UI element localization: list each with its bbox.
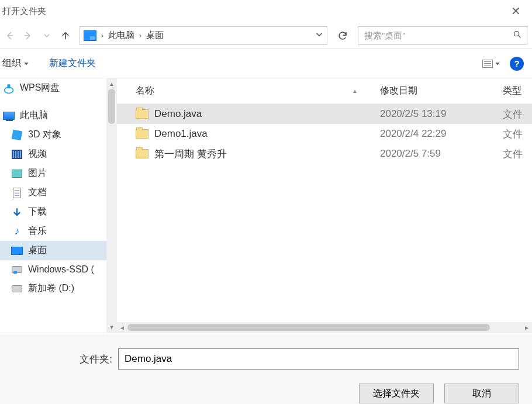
sidebar-item-label: 文档: [28, 187, 47, 199]
back-button[interactable]: [2, 29, 16, 43]
sidebar-item-label: 新加卷 (D:): [28, 282, 74, 295]
cancel-button[interactable]: 取消: [444, 384, 519, 403]
file-date: 2020/2/5 7:59: [374, 148, 497, 160]
wps-icon: [2, 82, 15, 94]
scroll-right-icon: ►: [521, 324, 532, 331]
scrollbar-thumb[interactable]: [127, 324, 490, 331]
folder-icon: [136, 109, 148, 119]
file-name: 第一周期 黄秀升: [154, 147, 227, 161]
sidebar-item[interactable]: 下载: [0, 202, 106, 222]
sidebar-item-label: 图片: [28, 167, 47, 179]
view-icon: [482, 60, 493, 68]
window-title: 打开文件夹: [2, 6, 46, 17]
recent-dropdown[interactable]: [40, 29, 54, 43]
main-area: WPS网盘此电脑3D 对象视频图片文档下载♪音乐桌面Windows-SSD (新…: [0, 78, 532, 333]
file-row[interactable]: Demo1.java2020/2/4 22:29文件: [117, 124, 532, 144]
organize-menu[interactable]: 组织: [0, 55, 32, 72]
sidebar-item-label: 此电脑: [20, 109, 48, 122]
folder-name-input[interactable]: [118, 348, 519, 370]
select-folder-button[interactable]: 选择文件夹: [359, 384, 434, 403]
help-icon: ?: [514, 58, 519, 68]
music-icon: ♪: [11, 226, 23, 237]
sidebar-item-label: 音乐: [28, 225, 47, 237]
up-button[interactable]: [58, 29, 72, 43]
address-bar[interactable]: › 此电脑 › 桌面: [80, 26, 327, 45]
sidebar-item[interactable]: 文档: [0, 183, 106, 202]
organize-label: 组织: [2, 57, 21, 70]
column-type-header[interactable]: 类型: [497, 85, 532, 97]
desktop-icon: [11, 245, 23, 257]
column-name-header[interactable]: 名称 ▲: [117, 85, 374, 97]
address-dropdown[interactable]: [315, 30, 323, 40]
title-bar: 打开文件夹 ✕: [0, 0, 532, 22]
search-icon: [513, 30, 522, 42]
scroll-up-icon: ▲: [106, 81, 117, 87]
forward-button[interactable]: [21, 29, 35, 43]
file-horizontal-scrollbar[interactable]: ◄ ►: [117, 322, 532, 333]
view-mode-button[interactable]: [482, 60, 500, 68]
svg-point-0: [514, 31, 519, 36]
new-folder-button[interactable]: 新建文件夹: [47, 55, 98, 72]
sidebar-item[interactable]: 图片: [0, 164, 106, 183]
sidebar-item-label: 视频: [28, 148, 47, 160]
sidebar-item[interactable]: ♪音乐: [0, 222, 106, 241]
search-box[interactable]: [358, 26, 527, 45]
sidebar-item[interactable]: 桌面: [0, 241, 106, 260]
3d-icon: [11, 129, 23, 141]
arrow-right-icon: [23, 30, 33, 41]
file-type: 文件: [497, 147, 532, 161]
sidebar-item-label: 下载: [28, 206, 47, 218]
sidebar: WPS网盘此电脑3D 对象视频图片文档下载♪音乐桌面Windows-SSD (新…: [0, 78, 117, 333]
chevron-right-icon: ›: [101, 32, 103, 40]
close-icon: ✕: [511, 5, 521, 18]
file-row[interactable]: Demo.java2020/2/5 13:19文件: [117, 104, 532, 124]
sidebar-item-label: Windows-SSD (: [28, 264, 94, 275]
folder-icon: [136, 149, 148, 158]
sidebar-item-label: 桌面: [28, 244, 47, 257]
close-button[interactable]: ✕: [504, 4, 527, 18]
location-icon: [84, 30, 96, 41]
address-row: › 此电脑 › 桌面: [0, 22, 532, 49]
scrollbar-thumb[interactable]: [108, 89, 115, 124]
column-date-header[interactable]: 修改日期: [374, 85, 497, 97]
scroll-down-icon: ▼: [106, 324, 117, 330]
file-type: 文件: [497, 127, 532, 141]
sidebar-scrollbar[interactable]: ▲ ▼: [106, 78, 117, 333]
dl-icon: [11, 206, 23, 218]
sidebar-item[interactable]: Windows-SSD (: [0, 260, 106, 279]
search-input[interactable]: [363, 30, 513, 41]
refresh-icon: [337, 30, 348, 41]
svg-rect-1: [8, 84, 11, 88]
pic-icon: [11, 168, 23, 179]
file-date: 2020/2/5 13:19: [374, 108, 497, 120]
file-row[interactable]: 第一周期 黄秀升2020/2/5 7:59文件: [117, 144, 532, 164]
file-date: 2020/2/4 22:29: [374, 128, 497, 140]
chevron-down-icon: [43, 32, 50, 39]
doc-icon: [11, 187, 23, 199]
help-button[interactable]: ?: [510, 57, 524, 71]
scroll-left-icon: ◄: [117, 324, 127, 331]
pc-icon: [2, 110, 15, 122]
file-name: Demo.java: [154, 108, 202, 120]
sidebar-item[interactable]: 此电脑: [0, 106, 106, 125]
sidebar-item[interactable]: WPS网盘: [0, 78, 106, 98]
breadcrumb-pc[interactable]: 此电脑: [108, 30, 134, 41]
file-header: 名称 ▲ 修改日期 类型: [117, 78, 532, 104]
chevron-down-icon: [23, 61, 29, 67]
chevron-down-icon: [315, 30, 323, 39]
file-name: Demo1.java: [154, 128, 208, 140]
chevron-down-icon: [495, 61, 500, 67]
disk-icon: [11, 283, 23, 295]
file-pane: 名称 ▲ 修改日期 类型 Demo.java2020/2/5 13:19文件De…: [117, 78, 532, 333]
arrow-up-icon: [60, 30, 71, 41]
toolbar: 组织 新建文件夹 ?: [0, 49, 532, 78]
sidebar-item[interactable]: 视频: [0, 144, 106, 164]
breadcrumb-desktop[interactable]: 桌面: [146, 30, 164, 41]
column-name-label: 名称: [136, 85, 154, 97]
refresh-button[interactable]: [332, 26, 353, 45]
sidebar-item[interactable]: 新加卷 (D:): [0, 279, 106, 298]
ssd-icon: [11, 264, 23, 275]
sidebar-item[interactable]: 3D 对象: [0, 125, 106, 144]
video-icon: [11, 149, 23, 160]
footer: 文件夹: 选择文件夹 取消: [0, 333, 532, 404]
